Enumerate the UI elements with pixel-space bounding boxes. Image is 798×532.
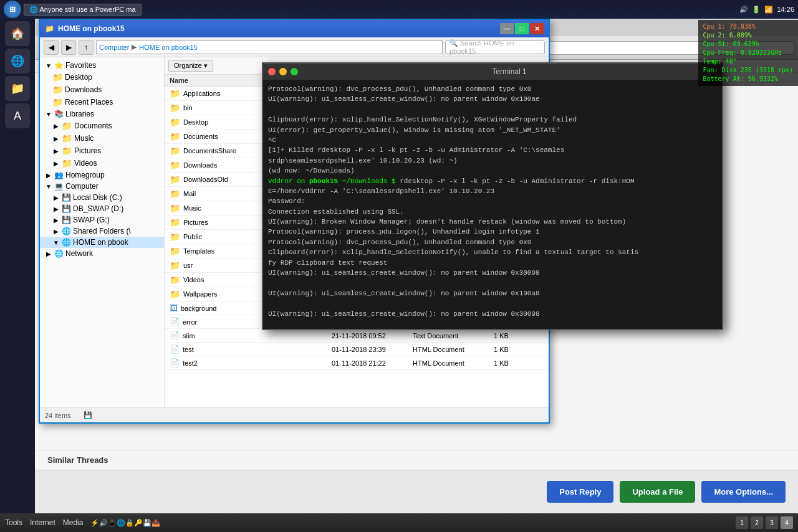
bc-computer[interactable]: Computer: [99, 44, 129, 51]
network-header[interactable]: ▶ 🌐 Network: [40, 248, 164, 259]
more-options-button[interactable]: More Options...: [701, 481, 786, 503]
term-line-1: Protocol(warning): dvc_process_pdu(), Un…: [268, 85, 717, 94]
term-line-14: UI(warning): Broken Window Manager; does…: [268, 217, 717, 227]
sidebar-db-swap-d[interactable]: ▶ 💾 DB_SWAP (D:): [40, 203, 164, 214]
homegroup-header[interactable]: ▶ 👥 Homegroup: [40, 169, 164, 181]
taskbar-internet[interactable]: Internet: [30, 518, 55, 527]
task-items: 🌐 Anyone still use a PowerPC ma: [24, 4, 737, 16]
start-button[interactable]: ⊞: [4, 1, 21, 18]
fm-item-count: 24 items: [45, 412, 71, 419]
term-line-18: fy RDP clipboard text request: [268, 259, 717, 268]
list-item-test[interactable]: 📄test 01-11-2018 23:39HTML Document1 KB: [165, 343, 549, 356]
term-line-24: [268, 320, 717, 329]
sidebar-recent-places[interactable]: 📁 Recent Places: [40, 96, 164, 108]
term-line-17: Clipboard(error): xclip_handle_Selection…: [268, 248, 717, 257]
fm-sidebar: ▼ ⭐ Favorites 📁 Desktop 📁 Downloads 📁 Re…: [40, 57, 165, 407]
taskbar-bottom: Tools Internet Media ⚡🔊📱🌐🔒🔑💾📤 1 2 3 4: [0, 513, 798, 532]
sidebar-desktop[interactable]: 📁 Desktop: [40, 71, 164, 83]
term-line-21: UI(warning): ui_seamless_create_window()…: [268, 289, 717, 298]
fm-close-button[interactable]: ✕: [530, 23, 544, 34]
computer-header[interactable]: ▼ 💻 Computer: [40, 181, 164, 192]
term-line-7: [1]+ Killed rdesktop -P -x l -k pt -z -b…: [268, 146, 717, 155]
sidebar-left: 🏠 🌐 📁 A: [0, 19, 35, 513]
term-line-15: Protocol(warning): process_pdu_logon(), …: [268, 227, 717, 237]
terminal-close-dot[interactable]: [268, 68, 276, 75]
sidebar-shared-folders[interactable]: ▶ 🌐 Shared Folders (\: [40, 226, 164, 237]
bc-home[interactable]: HOME on pbook15: [139, 44, 198, 51]
libraries-header[interactable]: ▼ 📚 Libraries: [40, 108, 164, 120]
sidebar-home-pbook[interactable]: ▼ 🌐 HOME on pbook: [40, 237, 164, 248]
workspace-4[interactable]: 4: [781, 516, 793, 529]
term-line-4: Clipboard(error): xclip_handle_Selection…: [268, 115, 717, 125]
taskbar-tools[interactable]: Tools: [5, 518, 22, 527]
system-monitor: Cpu 1: 78.838% Cpu 2: 6.089% Cpu Si: 69.…: [698, 20, 799, 86]
fm-toolbar: ◀ ▶ ↑ Computer ▶ HOME on pbook15 🔍 Searc…: [40, 37, 549, 57]
system-tray: 🔊 🔋 📶 14:26: [739, 6, 794, 14]
sysmon-line-2: Cpu 2: 6.089%: [703, 31, 794, 40]
sidebar-apps-icon[interactable]: A: [5, 103, 30, 128]
favorites-header[interactable]: ▼ ⭐ Favorites: [40, 60, 164, 71]
sidebar-home-icon[interactable]: 🏠: [5, 21, 30, 46]
term-line-12: Password:: [268, 197, 717, 206]
task-label-1: Anyone still use a PowerPC ma: [39, 6, 135, 13]
sidebar-swap-g[interactable]: ▶ 💾 SWAP (G:): [40, 214, 164, 226]
workspace-2[interactable]: 2: [751, 516, 763, 529]
list-item-test2[interactable]: 📄test2 01-11-2018 21:22HTML Document1 KB: [165, 356, 549, 370]
workspace-1[interactable]: 1: [736, 516, 748, 529]
term-line-11: E=/home/vddrnr -A 'C:\seamlessrdpshell.e…: [268, 187, 717, 196]
sidebar-browser-icon[interactable]: 🌐: [5, 49, 30, 74]
taskbar-media[interactable]: Media: [63, 518, 84, 527]
battery-icon: 🔋: [752, 6, 761, 14]
fm-forward-button[interactable]: ▶: [61, 40, 76, 55]
sysmon-line-3: Cpu Si: 69.629%: [703, 40, 794, 49]
fm-drive-icon: 💾: [84, 411, 92, 419]
fm-address-bar[interactable]: Computer ▶ HOME on pbook15: [96, 40, 443, 54]
sysmon-line-1: Cpu 1: 78.838%: [703, 22, 794, 31]
sysmon-line-5: Temp: 48°: [703, 57, 794, 66]
term-line-3: [268, 105, 717, 115]
terminal-max-dot[interactable]: [291, 68, 298, 75]
upload-file-button[interactable]: Upload a File: [620, 481, 695, 503]
terminal-titlebar: Terminal 1: [263, 64, 722, 80]
term-line-2: UI(warning): ui_seamless_create_window()…: [268, 95, 717, 104]
sidebar-files-icon[interactable]: 📁: [5, 76, 30, 101]
terminal-min-dot[interactable]: [279, 68, 287, 75]
sidebar-lib-documents[interactable]: ▶ 📁 Documents: [40, 120, 164, 132]
fm-folder-icon: 📁: [45, 24, 54, 33]
fm-search-input[interactable]: 🔍 Search HOME on pbook15: [445, 40, 545, 54]
fm-minimize-button[interactable]: —: [500, 23, 514, 34]
fm-titlebar-buttons: — □ ✕: [500, 23, 544, 34]
term-line-5: UI(error): get_property_value(), window …: [268, 126, 717, 135]
fm-maximize-button[interactable]: □: [515, 23, 529, 34]
workspace-3[interactable]: 3: [766, 516, 778, 529]
fm-up-button[interactable]: ↑: [79, 40, 94, 55]
term-line-20: [268, 278, 717, 288]
post-reply-button[interactable]: Post Reply: [547, 481, 613, 503]
terminal-title: Terminal 1: [302, 67, 717, 76]
term-line-23: UI(warning): ui_seamless_create_window()…: [268, 310, 717, 319]
clock: 14:26: [777, 6, 794, 13]
sidebar-lib-pictures[interactable]: ▶ 📁 Pictures: [40, 145, 164, 157]
terminal-content[interactable]: Protocol(warning): dvc_process_pdu(), Un…: [263, 80, 722, 329]
sidebar-local-disk-c[interactable]: ▶ 💾 Local Disk (C:): [40, 192, 164, 203]
volume-icon: 🔊: [739, 6, 748, 14]
sidebar-downloads[interactable]: 📁 Downloads: [40, 83, 164, 96]
network-icon: 📶: [764, 6, 773, 14]
list-item-slim[interactable]: 📄slim 21-11-2018 09:52Text Document1 KB: [165, 329, 549, 343]
task-icon-1: 🌐: [29, 6, 38, 13]
fm-back-button[interactable]: ◀: [44, 40, 59, 55]
term-line-6: ^C: [268, 136, 717, 145]
sidebar-lib-videos[interactable]: ▶ 📁 Videos: [40, 157, 164, 169]
term-line-8: srdp\seamlessrdpshell.exe' 10.10.20.23 (…: [268, 156, 717, 166]
sysmon-line-6: Fan: Disk 235 (3318 rpm): [703, 66, 794, 75]
taskbar-top: ⊞ 🌐 Anyone still use a PowerPC ma 🔊 🔋 📶 …: [0, 0, 798, 19]
action-bar: Post Reply Upload a File More Options...: [35, 470, 798, 513]
file-manager-titlebar: 📁 HOME on pbook15 — □ ✕: [40, 20, 549, 37]
sysmon-line-7: Battery At: 96.9332%: [703, 75, 794, 83]
term-line-9: (wd now: ~/Downloads): [268, 166, 717, 176]
term-line-22: [268, 299, 717, 308]
task-item-1[interactable]: 🌐 Anyone still use a PowerPC ma: [24, 4, 142, 16]
sidebar-lib-music[interactable]: ▶ 📁 Music: [40, 132, 164, 145]
organize-button[interactable]: Organize ▾: [168, 60, 213, 72]
workspace-switcher: 1 2 3 4: [736, 516, 793, 529]
